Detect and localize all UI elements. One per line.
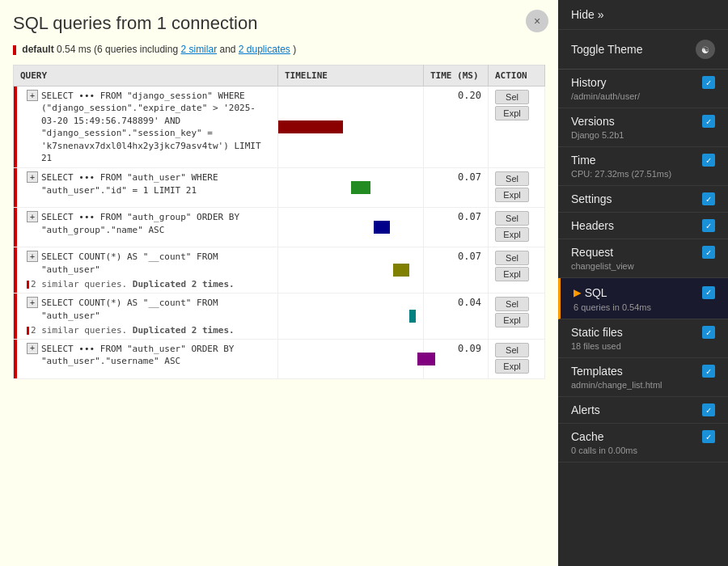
sidebar-item-title: History	[571, 76, 607, 89]
duplicates-link[interactable]: 2 duplicates	[239, 44, 290, 55]
sidebar-item-history[interactable]: History/admin/auth/user/	[558, 70, 728, 108]
action-cell: SelExpl	[489, 339, 545, 378]
time-value: 0.07	[424, 247, 489, 294]
timeline-bar	[278, 120, 343, 133]
row-marker	[14, 294, 17, 339]
alias-name: default	[22, 44, 53, 55]
sidebar-item-cache[interactable]: Cache0 calls in 0.00ms	[558, 424, 728, 463]
query-text: SELECT ••• FROM "auth_user" WHERE "auth_…	[41, 171, 271, 196]
similar-marker	[27, 327, 29, 335]
expand-button[interactable]: +	[27, 211, 38, 222]
summary-bar: default 0.54 ms (6 queries including 2 s…	[13, 44, 545, 55]
similar-link[interactable]: 2 similar	[180, 44, 217, 55]
sel-button[interactable]: Sel	[495, 90, 529, 104]
sidebar-item-checkbox[interactable]	[702, 430, 715, 443]
sidebar-item-title: Alerts	[571, 403, 600, 416]
col-timeline: TIMELINE	[278, 65, 424, 87]
dupe-text: Duplicated 2 times.	[133, 325, 235, 336]
sidebar-item-checkbox[interactable]	[702, 286, 715, 299]
sidebar-item-subtitle: changelist_view	[571, 261, 715, 271]
timeline-cell	[278, 339, 424, 378]
sidebar-item-checkbox[interactable]	[702, 246, 715, 259]
sidebar-item-alerts[interactable]: Alerts	[558, 397, 728, 424]
sidebar-item-staticfiles[interactable]: Static files18 files used	[558, 319, 728, 358]
timeline-bar	[417, 353, 435, 365]
expand-button[interactable]: +	[27, 297, 38, 308]
hide-button[interactable]: Hide »	[558, 0, 728, 30]
sidebar-item-subtitle: 18 files used	[571, 341, 715, 351]
dupe-text: Duplicated 2 times.	[133, 279, 235, 289]
sidebar-item-title: Static files	[571, 326, 623, 339]
sidebar-item-checkbox[interactable]	[702, 403, 715, 416]
query-text: SELECT ••• FROM "django_session" WHERE (…	[41, 90, 271, 164]
sidebar-item-subtitle: 0 calls in 0.00ms	[571, 446, 715, 455]
table-row: +SELECT ••• FROM "auth_user" ORDER BY "a…	[14, 339, 545, 378]
theme-toggle-button[interactable]: ☯	[696, 40, 715, 59]
sidebar-item-time[interactable]: TimeCPU: 27.32ms (27.51ms)	[558, 147, 728, 186]
time-value: 0.20	[424, 87, 489, 168]
sidebar-item-checkbox[interactable]	[702, 219, 715, 232]
sidebar-item-title: SQL	[585, 286, 607, 299]
timeline-cell	[278, 168, 424, 208]
sel-button[interactable]: Sel	[495, 211, 529, 226]
sidebar-item-checkbox[interactable]	[702, 154, 715, 167]
sidebar-item-settings[interactable]: Settings	[558, 186, 728, 213]
sel-button[interactable]: Sel	[495, 171, 529, 186]
active-arrow-icon: ▶	[574, 285, 582, 300]
sidebar-item-checkbox[interactable]	[702, 365, 715, 378]
sel-button[interactable]: Sel	[495, 251, 529, 265]
sidebar-item-subtitle: /admin/auth/user/	[571, 91, 715, 101]
summary-time: 0.54 ms (6 queries including	[57, 44, 180, 55]
expand-button[interactable]: +	[27, 251, 38, 262]
action-cell: SelExpl	[489, 87, 545, 168]
expl-button[interactable]: Expl	[495, 188, 529, 202]
sidebar-item-title: Cache	[571, 430, 603, 443]
row-marker	[14, 340, 17, 378]
timeline-bar	[393, 264, 409, 277]
timeline-bar	[351, 181, 370, 194]
close-button[interactable]: ×	[526, 10, 548, 32]
expand-button[interactable]: +	[27, 171, 38, 183]
table-row: +SELECT ••• FROM "auth_group" ORDER BY "…	[14, 208, 545, 247]
sidebar-item-checkbox[interactable]	[702, 326, 715, 339]
timeline-bar	[409, 310, 416, 323]
expl-button[interactable]: Expl	[495, 267, 529, 281]
sidebar-item-headers[interactable]: Headers	[558, 213, 728, 239]
alias-marker	[13, 45, 16, 55]
toggle-theme-label: Toggle Theme	[571, 43, 642, 56]
sel-button[interactable]: Sel	[495, 343, 529, 357]
sidebar: Hide » Toggle Theme ☯ History/admin/auth…	[558, 0, 728, 566]
sidebar-item-versions[interactable]: VersionsDjango 5.2b1	[558, 108, 728, 147]
sidebar-item-templates[interactable]: Templatesadmin/change_list.html	[558, 358, 728, 397]
timeline-bar	[374, 221, 390, 234]
time-value: 0.04	[424, 294, 489, 340]
sel-button[interactable]: Sel	[495, 297, 529, 311]
table-row: +SELECT COUNT(*) AS "__count" FROM "auth…	[14, 247, 545, 294]
timeline-cell	[278, 247, 424, 294]
action-cell: SelExpl	[489, 294, 545, 340]
sidebar-item-checkbox[interactable]	[702, 115, 715, 128]
sidebar-item-checkbox[interactable]	[702, 192, 715, 205]
sidebar-item-sql[interactable]: ▶SQL6 queries in 0.54ms	[558, 278, 728, 319]
expand-button[interactable]: +	[27, 343, 38, 354]
expl-button[interactable]: Expl	[495, 359, 529, 374]
table-row: +SELECT ••• FROM "django_session" WHERE …	[14, 87, 545, 168]
main-panel: SQL queries from 1 connection × default …	[0, 0, 558, 566]
sidebar-item-checkbox[interactable]	[702, 76, 715, 89]
query-text: SELECT COUNT(*) AS "__count" FROM "auth_…	[41, 251, 271, 276]
similar-dupe-info: 2 similar queries. Duplicated 2 times.	[27, 279, 271, 289]
sidebar-item-request[interactable]: Requestchangelist_view	[558, 239, 728, 278]
expand-button[interactable]: +	[27, 90, 38, 101]
expl-button[interactable]: Expl	[495, 313, 529, 327]
col-time: TIME (MS)	[424, 65, 489, 87]
similar-dupe-info: 2 similar queries. Duplicated 2 times.	[27, 325, 271, 336]
expl-button[interactable]: Expl	[495, 106, 529, 120]
timeline-cell	[278, 294, 424, 340]
col-action: ACTION	[489, 65, 545, 87]
sidebar-item-title: Request	[571, 246, 613, 259]
table-row: +SELECT ••• FROM "auth_user" WHERE "auth…	[14, 168, 545, 208]
time-value: 0.07	[424, 168, 489, 208]
expl-button[interactable]: Expl	[495, 227, 529, 242]
row-marker	[14, 208, 17, 247]
similar-marker	[27, 281, 29, 289]
